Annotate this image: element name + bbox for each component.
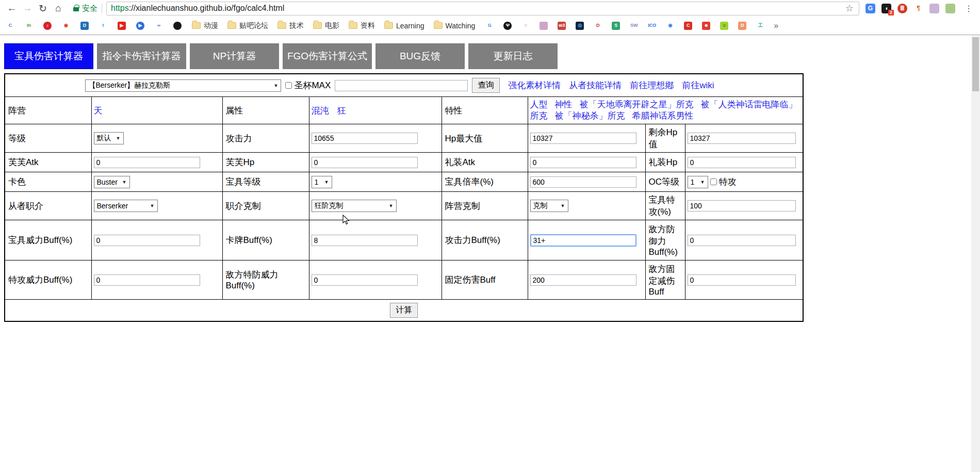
bookmark-folder[interactable]: 技术 xyxy=(277,21,304,30)
calculate-button[interactable]: 计算 xyxy=(390,303,418,318)
back-icon[interactable]: ← xyxy=(4,1,20,15)
pilcrow-extension-icon[interactable]: ¶ xyxy=(913,4,923,13)
oc-special-checkbox[interactable] xyxy=(710,178,717,185)
favicon-cloud-blue[interactable]: ∞ xyxy=(155,22,163,30)
favicon-info[interactable]: In xyxy=(25,22,33,30)
favicon-ico[interactable]: ICO xyxy=(648,22,656,30)
camp-value-link[interactable]: 天 xyxy=(94,106,103,116)
servant-search-input[interactable] xyxy=(335,80,468,91)
favicon-tv-green[interactable]: ☺ xyxy=(720,22,728,30)
browser-menu-icon[interactable]: ⋮ xyxy=(961,4,976,13)
bookmark-star-icon[interactable]: ☆ xyxy=(844,3,855,14)
url-text[interactable]: https://xianlechuanshuo.github.io/fgo/ca… xyxy=(111,4,844,13)
hp-max-input[interactable] xyxy=(530,133,636,144)
flat-dmg-input[interactable] xyxy=(530,274,636,286)
trait-link[interactable]: 神性 xyxy=(555,100,573,109)
favicon-skull-red[interactable]: ☻ xyxy=(702,22,710,30)
favicon-weibo[interactable]: ◉ xyxy=(62,22,70,30)
favicon-s-green[interactable]: S xyxy=(612,22,620,30)
avatar-extension-icon-1[interactable] xyxy=(929,4,939,13)
bookmark-folder[interactable]: Watching xyxy=(434,22,476,30)
address-bar[interactable]: https://xianlechuanshuo.github.io/fgo/ca… xyxy=(106,2,859,15)
tab-bug-feedback[interactable]: BUG反馈 xyxy=(375,43,465,69)
forward-icon[interactable]: → xyxy=(20,1,35,15)
adblock-extension-icon[interactable]: Ⅲ xyxy=(897,4,907,13)
hp-left-input[interactable] xyxy=(688,133,796,144)
bookmarks-overflow-chevron[interactable]: » xyxy=(774,21,778,30)
np-level-select[interactable]: 1▼ xyxy=(312,176,332,188)
camp-adv-select[interactable]: 克制▼ xyxy=(530,200,568,212)
favicon-d-orange[interactable]: D xyxy=(738,22,746,30)
toolbar-link[interactable]: 强化素材详情 xyxy=(508,80,561,90)
servant-class-select[interactable]: Berserker▼ xyxy=(94,200,158,212)
favicon-c-blue[interactable]: C xyxy=(6,22,14,30)
grail-max-checkbox[interactable] xyxy=(285,82,292,89)
query-button[interactable]: 查询 xyxy=(472,78,500,93)
level-select[interactable]: 默认▼ xyxy=(94,132,124,144)
favicon-google[interactable]: G xyxy=(485,22,494,30)
favicon-youtube[interactable]: ▶ xyxy=(118,22,126,30)
atk-buff-input[interactable] xyxy=(530,234,636,247)
dark-extension-icon[interactable]: ◖2 xyxy=(881,4,891,13)
enemy-sp-def-input[interactable] xyxy=(312,274,418,286)
enemy-flat-reduce-input[interactable] xyxy=(688,274,796,286)
trait-link[interactable]: 希腊神话系男性 xyxy=(632,111,694,121)
np-buff-input[interactable] xyxy=(94,235,200,246)
fou-atk-input[interactable] xyxy=(94,157,200,168)
attribute-link[interactable]: 混沌 xyxy=(312,106,329,116)
home-icon[interactable]: ⌂ xyxy=(51,1,66,15)
ce-atk-input[interactable] xyxy=(530,157,636,168)
favicon-d-red[interactable]: D xyxy=(594,22,602,30)
class-adv-select[interactable]: 狂阶克制▼ xyxy=(312,200,397,212)
translate-extension-icon[interactable]: G xyxy=(865,4,875,13)
tab-np-damage-calc[interactable]: 宝具伤害计算器 xyxy=(4,43,93,69)
favicon-github[interactable] xyxy=(173,22,182,30)
np-sp-input[interactable] xyxy=(688,200,796,211)
favicon-cloud-orange[interactable]: ○ xyxy=(521,22,530,30)
tab-np-calc[interactable]: NP计算器 xyxy=(190,43,279,69)
sp-buff-input[interactable] xyxy=(94,274,200,286)
servant-select[interactable]: 【Berserker】赫拉克勒斯 ▼ xyxy=(85,79,281,92)
def-buff-input[interactable] xyxy=(688,235,796,246)
scrollbar-thumb[interactable] xyxy=(972,37,979,91)
trait-link[interactable]: 被「神秘杀」所克 xyxy=(555,111,625,121)
favicon-w3school[interactable]: w3 xyxy=(558,22,566,30)
np-rate-input[interactable] xyxy=(530,176,636,188)
toolbar-link[interactable]: 前往wiki xyxy=(682,80,714,90)
security-chip[interactable]: 安全 xyxy=(73,4,97,13)
avatar-extension-icon-2[interactable] xyxy=(945,4,955,13)
ce-hp-input[interactable] xyxy=(688,157,796,168)
favicon-player-blue[interactable]: ▶ xyxy=(136,22,144,30)
trait-link[interactable]: 被「天地乖离开辟之星」所克 xyxy=(580,100,694,109)
toolbar-link[interactable]: 前往理想鄕 xyxy=(630,80,674,90)
atk-input[interactable] xyxy=(312,133,418,144)
bookmark-folder[interactable]: Learning xyxy=(384,22,424,30)
favicon-c-red[interactable]: C xyxy=(684,22,692,30)
favicon-fork-black[interactable]: Ψ xyxy=(503,22,512,30)
fou-hp-input[interactable] xyxy=(312,157,418,168)
favicon-d-blue[interactable]: D xyxy=(80,22,89,30)
favicon-twitter[interactable]: t xyxy=(99,22,107,30)
bookmark-folder[interactable]: 电影 xyxy=(313,21,339,30)
tab-changelog[interactable]: 更新日志 xyxy=(468,43,558,69)
bookmark-folder[interactable]: 动漫 xyxy=(192,21,218,30)
reload-icon[interactable]: ↻ xyxy=(35,1,51,15)
favicon-chrome[interactable]: ◉ xyxy=(666,22,674,30)
favicon-swirl-blue[interactable]: ◎ xyxy=(576,22,584,30)
favicon-gong-teal[interactable]: 工 xyxy=(756,22,764,30)
favicon-avatar-anime[interactable] xyxy=(540,22,548,30)
toolbar-link[interactable]: 从者技能详情 xyxy=(569,80,622,90)
scrollbar[interactable] xyxy=(971,36,980,472)
favicon-sw[interactable]: SW xyxy=(630,22,638,30)
oc-select[interactable]: 1▼ xyxy=(688,176,708,188)
trait-link[interactable]: 人型 xyxy=(530,100,548,109)
enemy-flat-reduce-label: 敌方固定减伤Buff xyxy=(645,261,685,300)
bookmark-folder[interactable]: 贴吧论坛 xyxy=(227,21,268,30)
tab-card-damage-calc[interactable]: 指令卡伤害计算器 xyxy=(97,43,186,69)
card-select[interactable]: Buster▼ xyxy=(94,176,130,188)
tab-damage-formula[interactable]: FGO伤害计算公式 xyxy=(283,43,372,69)
card-buff-input[interactable] xyxy=(312,235,418,246)
favicon-netease-music[interactable]: ♪ xyxy=(43,22,52,30)
bookmark-folder[interactable]: 资料 xyxy=(349,21,375,30)
attribute-link[interactable]: 狂 xyxy=(337,106,346,116)
